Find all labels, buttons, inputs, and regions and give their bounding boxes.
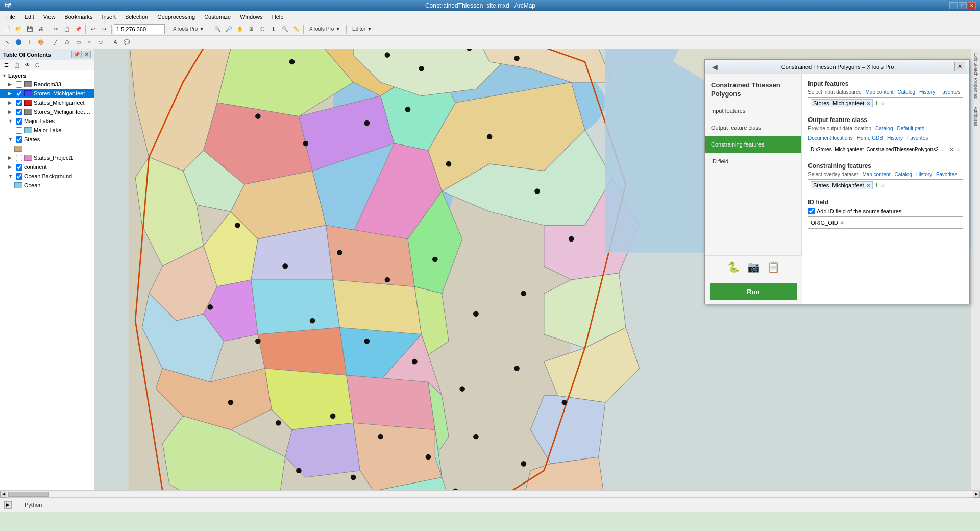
- zoom-in-btn[interactable]: 🔍: [212, 24, 223, 34]
- open-btn[interactable]: 📂: [13, 24, 23, 34]
- toc-pin-btn[interactable]: 📌: [71, 51, 82, 58]
- toc-source-btn[interactable]: 📋: [12, 61, 22, 69]
- output-defaultpath-link[interactable]: Default path: [897, 126, 924, 131]
- toc-layer-major-lake-sub[interactable]: Major Lake: [0, 126, 94, 135]
- toc-layer-states-project1[interactable]: ▶ States_Project1: [0, 153, 94, 162]
- stores-const-check[interactable]: [16, 109, 22, 115]
- menu-help[interactable]: Help: [268, 13, 288, 21]
- toc-layer-states-michiganfeet[interactable]: ▶ States_Michiganfeet: [0, 98, 94, 107]
- scroll-left-btn[interactable]: ◀: [0, 491, 7, 498]
- nav-constraining-features[interactable]: Constraining features: [705, 136, 801, 153]
- input-catalog-link[interactable]: Catalog: [898, 89, 915, 95]
- major-lakes-check[interactable]: [16, 118, 22, 125]
- close-btn[interactable]: ✕: [968, 2, 976, 9]
- constraining-info-btn[interactable]: ℹ: [875, 182, 878, 189]
- nav-id-field[interactable]: ID field: [705, 153, 801, 170]
- ellipse-btn[interactable]: ⬭: [95, 37, 106, 47]
- xtools-close-btn[interactable]: ✕: [954, 62, 965, 71]
- menu-windows[interactable]: Windows: [236, 13, 267, 21]
- menu-view[interactable]: View: [39, 13, 60, 21]
- rect-btn[interactable]: ▭: [73, 37, 83, 47]
- toc-layer-states[interactable]: ▼ States: [0, 135, 94, 144]
- polygon-btn[interactable]: ⬠: [62, 37, 72, 47]
- input-star-btn[interactable]: ☆: [880, 100, 886, 107]
- new-text-btn[interactable]: A: [110, 37, 120, 47]
- output-homegdb-link[interactable]: Home GDB: [857, 135, 883, 141]
- input-features-clear[interactable]: ✕: [866, 101, 870, 106]
- toc-layer-ocean-sub[interactable]: Ocean: [0, 181, 94, 190]
- callout-btn[interactable]: 💬: [121, 37, 132, 47]
- menu-insert[interactable]: Insert: [97, 13, 120, 21]
- output-history-link[interactable]: History: [887, 135, 903, 141]
- toc-close-btn[interactable]: ✕: [83, 51, 91, 58]
- menu-edit[interactable]: Edit: [20, 13, 38, 21]
- maximize-btn[interactable]: □: [959, 2, 967, 9]
- output-path-star[interactable]: ☆: [955, 146, 961, 153]
- select-btn[interactable]: ⬡: [257, 24, 267, 34]
- toc-expand-btn[interactable]: ▶: [4, 501, 12, 509]
- full-extent-btn[interactable]: ⊞: [246, 24, 256, 34]
- identify-btn[interactable]: ℹ: [268, 24, 279, 34]
- fill-btn[interactable]: 🎨: [36, 37, 46, 47]
- ocean-bg-check[interactable]: [16, 173, 22, 180]
- menu-bookmarks[interactable]: Bookmarks: [60, 13, 96, 21]
- text-btn[interactable]: T: [24, 37, 35, 47]
- menu-selection[interactable]: Selection: [121, 13, 152, 21]
- undo-btn[interactable]: ↩: [88, 24, 98, 34]
- scroll-right-btn[interactable]: ▶: [973, 491, 980, 498]
- screenshot-icon[interactable]: 📷: [747, 261, 760, 273]
- toc-layer-stores-michiganfeet[interactable]: ▶ Stores_Michiganfeet: [0, 89, 94, 98]
- output-doclocations-link[interactable]: Document locations: [808, 135, 853, 141]
- random33-check[interactable]: [16, 81, 22, 88]
- draw-btn[interactable]: 🔵: [13, 37, 23, 47]
- id-field-clear[interactable]: ✕: [840, 220, 844, 226]
- menu-geoprocessing[interactable]: Geoprocessing: [153, 13, 199, 21]
- output-path-row[interactable]: D:\Stores_Michiganfeet_ConstrainedThiess…: [808, 143, 963, 155]
- input-features-row[interactable]: Stores_Michiganfeet ✕ ℹ ☆: [808, 97, 963, 109]
- constraining-favorites-link[interactable]: Favorites: [936, 172, 957, 177]
- menu-file[interactable]: File: [2, 13, 19, 21]
- xtoolspro2-btn[interactable]: XTools Pro ▼: [306, 24, 344, 34]
- toc-layer-random33[interactable]: ▶ Random33: [0, 80, 94, 89]
- minimize-btn[interactable]: ─: [949, 2, 958, 9]
- redo-btn[interactable]: ↪: [99, 24, 109, 34]
- states-mich-check[interactable]: [16, 100, 22, 106]
- id-field-checkbox[interactable]: [808, 208, 815, 214]
- toc-vis-btn[interactable]: 👁: [23, 61, 32, 69]
- toc-list-view-btn[interactable]: ☰: [2, 61, 11, 69]
- run-btn[interactable]: Run: [710, 283, 797, 300]
- scale-input[interactable]: 1:5,276,360: [114, 24, 165, 34]
- zoom-out-btn[interactable]: 🔎: [224, 24, 234, 34]
- layers-group[interactable]: ▼ Layers: [0, 71, 94, 80]
- paste-btn[interactable]: 📌: [73, 24, 83, 34]
- xtoolspro-btn[interactable]: XTools Pro ▼: [169, 24, 208, 34]
- input-info-btn[interactable]: ℹ: [875, 100, 878, 107]
- constraining-features-row[interactable]: States_Michiganfeet ✕ ℹ ☆: [808, 179, 963, 191]
- nav-input-features[interactable]: Input features: [705, 103, 801, 119]
- cut-btn[interactable]: ✂: [51, 24, 61, 34]
- input-map-content-link[interactable]: Map content: [866, 89, 894, 95]
- edit-sketch-label[interactable]: Edit Sketch Properties: [972, 51, 979, 101]
- constraining-catalog-link[interactable]: Catalog: [894, 172, 912, 177]
- output-catalog-link[interactable]: Catalog: [875, 126, 893, 131]
- xtools-back-btn[interactable]: ◀: [709, 62, 721, 72]
- copy-btn[interactable]: 📋: [62, 24, 72, 34]
- output-path-clear[interactable]: ✕: [949, 147, 953, 152]
- line-btn[interactable]: ╱: [51, 37, 61, 47]
- circle-btn[interactable]: ○: [84, 37, 94, 47]
- pointer-btn[interactable]: ↖: [2, 37, 12, 47]
- menu-customize[interactable]: Customize: [200, 13, 235, 21]
- python-icon[interactable]: 🐍: [727, 261, 740, 273]
- input-history-link[interactable]: History: [919, 89, 935, 95]
- pan-btn[interactable]: ✋: [235, 24, 245, 34]
- id-field-row[interactable]: ORIG_OID ✕: [808, 216, 963, 229]
- major-lake-sub-check[interactable]: [16, 127, 22, 134]
- toc-layer-ocean-bg[interactable]: ▼ Ocean Background: [0, 172, 94, 181]
- id-field-checkbox-label[interactable]: Add ID field of the source features: [817, 208, 901, 214]
- find-btn[interactable]: 🔍: [280, 24, 290, 34]
- output-favorites-link[interactable]: Favorites: [907, 135, 928, 141]
- constraining-map-content-link[interactable]: Map content: [862, 172, 890, 177]
- toc-select-btn[interactable]: ⬡: [33, 61, 42, 69]
- constraining-history-link[interactable]: History: [916, 172, 932, 177]
- toc-layer-major-lakes[interactable]: ▼ Major Lakes: [0, 116, 94, 126]
